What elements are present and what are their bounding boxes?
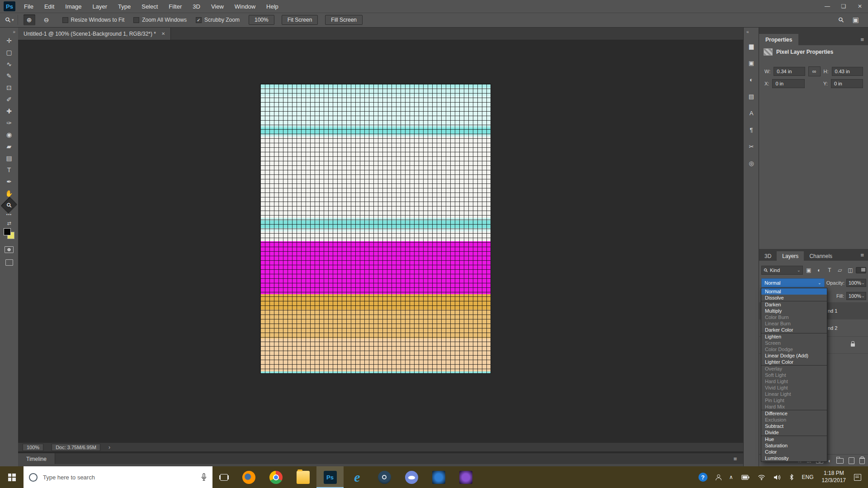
adjustment-layer-icon[interactable]: ◐	[828, 458, 831, 464]
collapse-tools-icon[interactable]: »	[13, 28, 18, 35]
zoom-tool-preset[interactable]: ⚲ ▾	[4, 15, 18, 25]
minimize-button[interactable]: —	[819, 0, 835, 13]
blend-mode-hue[interactable]: Hue	[761, 436, 827, 442]
paragraph-panel-icon[interactable]: ¶	[746, 125, 756, 134]
fill-screen-button[interactable]: Fill Screen	[325, 15, 363, 25]
document-canvas-image[interactable]	[260, 84, 491, 373]
type-tool[interactable]: T	[3, 164, 15, 175]
spot-healing-brush-tool[interactable]: ✚	[3, 106, 15, 117]
zoom-out-button[interactable]: ⊖	[41, 14, 52, 25]
new-layer-icon[interactable]	[849, 457, 854, 464]
brush-tool[interactable]: ✑	[3, 117, 15, 128]
edit-toolbar-icon[interactable]: •••	[6, 212, 12, 217]
blend-mode-linear-dodge-add[interactable]: Linear Dodge (Add)	[761, 352, 827, 359]
blend-mode-lighten[interactable]: Lighten	[761, 333, 827, 340]
document-tab[interactable]: Untitled-1 @ 100% (Scene1-Background 1, …	[18, 28, 171, 40]
tab-properties[interactable]: Properties	[759, 34, 798, 45]
chrome-icon[interactable]	[262, 466, 289, 488]
crop-tool[interactable]: ⊡	[3, 82, 15, 93]
lasso-tool[interactable]: ∿	[3, 59, 15, 70]
opacity-field[interactable]: 100% ⌄	[846, 279, 866, 287]
expand-panels-icon[interactable]: «	[744, 28, 752, 35]
pen-tool[interactable]: ✒	[3, 176, 15, 187]
tab-channels[interactable]: Channels	[804, 251, 838, 261]
timeline-tab[interactable]: Timeline	[18, 453, 55, 465]
bluetooth-button[interactable]	[785, 466, 798, 488]
menu-help[interactable]: Help	[263, 2, 282, 11]
rectangular-marquee-tool[interactable]: ▢	[3, 47, 15, 58]
adjustments-panel-icon[interactable]: ◐	[746, 75, 756, 84]
checkbox-zoom-all-windows[interactable]: Zoom All Windows	[133, 17, 187, 23]
quick-selection-tool[interactable]: ✎	[3, 70, 15, 81]
taskbar-search[interactable]: Type here to search	[24, 466, 212, 488]
screen-mode-icon[interactable]	[5, 259, 13, 266]
close-button[interactable]: ✕	[852, 0, 868, 13]
color-swatches[interactable]	[4, 228, 14, 239]
blend-mode-normal[interactable]: Normal	[761, 288, 827, 295]
timeline-menu-icon[interactable]: ≡	[733, 455, 743, 462]
fit-screen-button[interactable]: Fit Screen	[282, 15, 318, 25]
tab-layers[interactable]: Layers	[777, 251, 804, 261]
clone-source-panel-icon[interactable]: ◎	[746, 159, 756, 168]
blend-mode-darker-color[interactable]: Darker Color	[761, 327, 827, 333]
swap-colors-icon[interactable]: ⇄	[7, 221, 11, 226]
libraries-panel-icon[interactable]: ▤	[746, 92, 756, 101]
edge-icon[interactable]: e	[344, 466, 371, 488]
status-options-icon[interactable]: ›	[108, 444, 110, 450]
adjustment-filter-icon[interactable]: ◐	[815, 266, 823, 274]
scissors-panel-icon[interactable]: ✂	[746, 142, 756, 151]
smart-object-filter-icon[interactable]: ◫	[846, 266, 854, 274]
task-view-button[interactable]	[212, 466, 235, 488]
help-tip-button[interactable]: ?	[694, 466, 712, 488]
clock-button[interactable]: 1:18 PM 12/3/2017	[818, 466, 850, 488]
menu-image[interactable]: Image	[62, 2, 85, 11]
blend-mode-multiply[interactable]: Multiply	[761, 308, 827, 314]
checkbox-box[interactable]	[62, 17, 68, 23]
document-close-icon[interactable]: ✕	[161, 31, 165, 36]
steam-icon[interactable]	[371, 466, 398, 488]
checkbox-scrubby-zoom[interactable]: ✓Scrubby Zoom	[196, 17, 240, 23]
action-center-button[interactable]	[850, 466, 865, 488]
blend-mode-dissolve[interactable]: Dissolve	[761, 295, 827, 301]
blend-mode-divide[interactable]: Divide	[761, 429, 827, 436]
show-hidden-icons-button[interactable]: ∧	[725, 466, 737, 488]
delete-layer-icon[interactable]	[859, 458, 865, 464]
language-indicator[interactable]: ENG	[798, 466, 818, 488]
checkbox-resize-windows-to-fit[interactable]: Resize Windows to Fit	[62, 17, 125, 23]
clone-stamp-tool[interactable]: ◉	[3, 129, 15, 140]
people-button[interactable]	[712, 466, 725, 488]
blend-mode-color[interactable]: Color	[761, 449, 827, 455]
blend-mode-lighter-color[interactable]: Lighter Color	[761, 359, 827, 365]
game2-icon[interactable]	[452, 466, 479, 488]
menu-3d[interactable]: 3D	[189, 2, 203, 11]
blend-mode-select[interactable]: Normal ⌄	[761, 278, 825, 287]
microphone-icon[interactable]	[201, 473, 207, 481]
menu-file[interactable]: File	[21, 2, 37, 11]
move-tool[interactable]: ✛	[3, 35, 15, 46]
foreground-color-swatch[interactable]	[4, 228, 11, 235]
shape-filter-icon[interactable]: ▱	[835, 266, 844, 274]
navigator-panel-icon[interactable]: ▣	[746, 58, 756, 67]
restore-button[interactable]: ❏	[835, 0, 852, 13]
blend-mode-darken[interactable]: Darken	[761, 301, 827, 308]
menu-filter[interactable]: Filter	[165, 2, 185, 11]
start-button[interactable]	[0, 466, 24, 488]
eraser-tool[interactable]: ▰	[3, 141, 15, 152]
y-field[interactable]: 0 in	[831, 79, 863, 88]
width-field[interactable]: 0.34 in	[774, 67, 805, 76]
pixel-filter-icon[interactable]: ▣	[804, 266, 813, 274]
blend-mode-luminosity[interactable]: Luminosity	[761, 455, 827, 461]
game1-icon[interactable]	[425, 466, 452, 488]
network-button[interactable]	[754, 466, 769, 488]
constrain-proportions-icon[interactable]: ∞	[808, 66, 821, 76]
kind-filter-select[interactable]: ⚲ Kind ⌄	[761, 266, 803, 275]
battery-button[interactable]	[737, 466, 754, 488]
tab-3d[interactable]: 3D	[759, 251, 777, 261]
menu-edit[interactable]: Edit	[41, 2, 57, 11]
search-icon[interactable]: ⚲	[836, 15, 846, 25]
photoshop-icon[interactable]: Ps	[316, 466, 344, 488]
menu-window[interactable]: Window	[231, 2, 259, 11]
discord-icon[interactable]	[398, 466, 425, 488]
menu-type[interactable]: Type	[115, 2, 134, 11]
layers-menu-icon[interactable]: ≡	[860, 252, 868, 261]
